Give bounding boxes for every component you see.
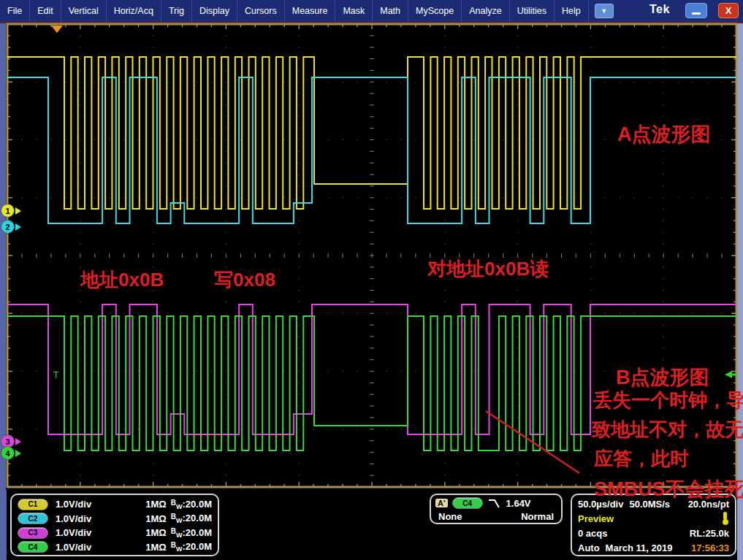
channel-impedance: 1MΩ: [145, 527, 166, 538]
preview-status: Preview: [578, 513, 614, 524]
annotation-note4: SMBUS不会挂死: [594, 476, 743, 502]
annotation-note3: 应答，此时: [594, 446, 689, 472]
falling-edge-icon: [487, 497, 502, 509]
acq-clock: 17:56:33: [691, 542, 729, 553]
acq-date: March 11, 2019: [606, 542, 673, 553]
channel-readout-row: C41.0V/div1MΩBW:20.0M: [18, 540, 212, 555]
channel-marker-arrow-icon: [15, 450, 21, 457]
trigger-source-pill[interactable]: C4: [452, 497, 483, 509]
channel-readout-row: C31.0V/div1MΩBW:20.0M: [18, 526, 212, 540]
channel-pill-c1[interactable]: C1: [18, 499, 48, 510]
trigger-level: 1.64V: [506, 498, 531, 509]
acq-mode: Auto: [578, 542, 600, 553]
channel-readout-panel[interactable]: C11.0V/div1MΩBW:20.0MC21.0V/div1MΩBW:20.…: [10, 494, 219, 556]
trigger-level-t-marker: T: [53, 370, 59, 380]
trigger-mode-left: None: [438, 511, 462, 522]
channel-scale: 1.0V/div: [56, 513, 91, 524]
channel-marker-arrow-icon: [15, 223, 21, 231]
channel-readout-row: C11.0V/div1MΩBW:20.0M: [18, 497, 212, 512]
channel-pill-c4[interactable]: C4: [18, 541, 48, 553]
acquisition-readout-panel[interactable]: 50.0µs/div 50.0MS/s 20.0ns/pt Preview 0 …: [571, 494, 736, 556]
channel-scale: 1.0V/div: [56, 542, 91, 553]
annotation-read: 对地址0x0B读: [427, 256, 549, 282]
channel-marker-2[interactable]: 2: [1, 220, 21, 234]
channel-readout-row: C21.0V/div1MΩBW:20.0M: [18, 512, 212, 526]
annotation-note1: 丢失一个时钟，导: [593, 388, 743, 413]
channel-scale: 1.0V/div: [56, 527, 91, 538]
channel-marker-4[interactable]: 4: [1, 446, 21, 460]
channel-bandwidth: BW:20.0M: [171, 513, 212, 524]
channel-bandwidth: BW:20.0M: [171, 527, 212, 539]
trigger-mode-right: Normal: [521, 511, 554, 522]
channel-pill-c3[interactable]: C3: [18, 527, 48, 539]
oscilloscope-window: FileEditVerticalHoriz/AcqTrigDisplayCurs…: [0, 0, 743, 560]
channel-marker-arrow-icon: [15, 438, 21, 445]
channel-bandwidth: BW:20.0M: [171, 499, 212, 510]
channel-impedance: 1MΩ: [145, 542, 166, 553]
annotation-write: 写0x08: [214, 267, 275, 293]
channel-impedance: 1MΩ: [145, 513, 166, 524]
acq-count: 0 acqs: [578, 528, 607, 539]
thermometer-icon: [722, 512, 729, 525]
channel-scale: 1.0V/div: [56, 499, 91, 510]
record-length: RL:25.0k: [690, 528, 729, 539]
channel-marker-1[interactable]: 1: [1, 204, 21, 218]
channel-marker-circle: 4: [1, 446, 15, 460]
trigger-readout-panel[interactable]: A' C4 1.64V None Normal: [430, 494, 563, 524]
annotation-note2: 致地址不对，故无: [592, 417, 743, 442]
channel-marker-circle: 1: [1, 204, 15, 218]
annotation-addr: 地址0x0B: [80, 267, 164, 293]
annotation-point-a: A点波形图: [617, 121, 711, 147]
channel-impedance: 1MΩ: [145, 499, 166, 510]
annotation-point-b: B点波形图: [616, 364, 709, 391]
channel-marker-arrow-icon: [15, 207, 21, 215]
channel-bandwidth: BW:20.0M: [171, 541, 212, 553]
trigger-badge: A': [435, 499, 448, 507]
channel-pill-c2[interactable]: C2: [18, 513, 48, 524]
channel-marker-circle: 2: [1, 220, 15, 234]
b-point-arrow-tail: [732, 374, 737, 376]
